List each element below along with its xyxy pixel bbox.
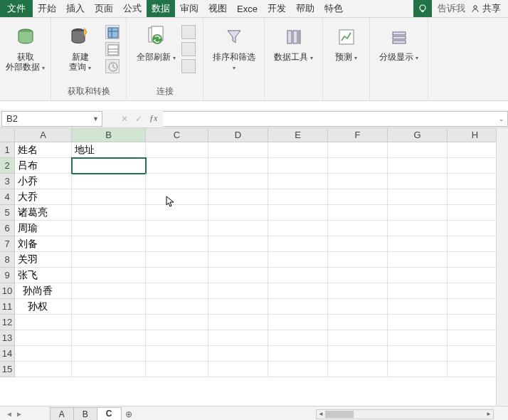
cell[interactable]: 周瑜 [15,221,72,236]
refresh-all-button[interactable]: 全部刷新 ▾ [134,21,179,63]
scroll-left-icon[interactable]: ◄ [317,410,325,419]
row-header[interactable]: 7 [0,236,15,252]
cell[interactable] [146,330,208,346]
cell[interactable] [146,283,208,299]
cell[interactable] [208,315,268,330]
cell[interactable] [388,362,448,377]
cell[interactable] [448,205,503,221]
ribbon-tab-1[interactable]: 插入 [61,0,90,17]
get-external-data-button[interactable]: 获取 外部数据 ▾ [4,21,48,73]
cell[interactable] [268,362,328,377]
cell[interactable] [15,315,72,330]
column-header[interactable]: H [448,128,503,142]
scroll-right-icon[interactable]: ► [485,410,493,419]
ribbon-tab-7[interactable]: Exce [232,0,263,17]
column-header[interactable]: F [328,128,388,142]
cell[interactable] [72,174,146,189]
sheet-nav-next-icon[interactable]: ► [16,410,23,418]
cell[interactable] [146,236,208,252]
sort-filter-button[interactable]: 排序和筛选 ▾ [212,21,256,73]
cell[interactable] [146,205,208,221]
share-button[interactable]: 共享 [471,2,501,15]
cell[interactable] [448,362,503,377]
cell[interactable] [146,174,208,189]
cell[interactable] [208,189,268,205]
row-header[interactable]: 6 [0,221,15,236]
row-header[interactable]: 10 [0,283,15,299]
add-sheet-button[interactable]: ⊕ [121,407,137,421]
cell[interactable] [448,221,503,236]
cell[interactable] [208,205,268,221]
cell[interactable] [268,330,328,346]
cell[interactable] [328,362,388,377]
cell[interactable] [328,205,388,221]
select-all-triangle[interactable] [0,128,15,142]
cell[interactable] [388,221,448,236]
cell[interactable] [268,268,328,283]
expand-formula-icon[interactable]: ⌄ [499,115,504,122]
row-header[interactable]: 14 [0,346,15,362]
cell[interactable] [268,315,328,330]
new-query-button[interactable]: 新建 查询 ▾ [58,21,102,73]
cell[interactable] [15,330,72,346]
cell[interactable] [268,283,328,299]
cell[interactable] [328,158,388,174]
cell[interactable] [146,252,208,268]
column-header[interactable]: B [72,128,146,142]
cell[interactable] [448,252,503,268]
sheet-nav-prev-icon[interactable]: ◄ [6,410,13,418]
cell[interactable] [448,174,503,189]
cell[interactable] [146,299,208,315]
cell[interactable] [268,236,328,252]
cell[interactable] [146,346,208,362]
cell[interactable] [388,330,448,346]
sheet-tab[interactable]: A [50,407,74,421]
cell[interactable] [328,315,388,330]
cell[interactable] [146,221,208,236]
row-header[interactable]: 5 [0,205,15,221]
cell[interactable] [388,174,448,189]
cell[interactable] [208,174,268,189]
cell[interactable]: 大乔 [15,189,72,205]
cell[interactable] [388,189,448,205]
cell[interactable]: 张飞 [15,268,72,283]
cell[interactable] [72,158,146,174]
cell[interactable] [448,283,503,299]
cell[interactable] [448,299,503,315]
cell[interactable] [15,346,72,362]
sheet-tab[interactable]: C [97,407,122,421]
cell[interactable] [448,268,503,283]
cell[interactable] [448,158,503,174]
cell[interactable] [388,252,448,268]
column-header[interactable]: A [15,128,72,142]
ribbon-tab-3[interactable]: 公式 [118,0,147,17]
ribbon-tab-9[interactable]: 帮助 [291,0,319,17]
cell[interactable] [208,252,268,268]
cell[interactable] [208,330,268,346]
cell[interactable] [448,346,503,362]
cell[interactable] [268,252,328,268]
scroll-thumb[interactable] [325,411,354,418]
column-header[interactable]: C [146,128,208,142]
cell[interactable] [146,158,208,174]
cell[interactable] [268,174,328,189]
cell[interactable] [72,221,146,236]
cell[interactable] [328,299,388,315]
tell-me[interactable]: 告诉我 [438,2,465,15]
cell[interactable]: 诸葛亮 [15,205,72,221]
cell[interactable] [448,236,503,252]
cell[interactable] [328,221,388,236]
cell[interactable] [388,236,448,252]
cell[interactable]: 孙尚香 [15,283,72,299]
cell[interactable] [388,205,448,221]
cell[interactable] [208,268,268,283]
cell[interactable] [146,189,208,205]
file-menu[interactable]: 文件 [0,0,33,17]
ribbon-tab-2[interactable]: 页面 [90,0,118,17]
cell[interactable] [208,283,268,299]
cell[interactable] [448,189,503,205]
cell[interactable] [328,189,388,205]
cell[interactable] [72,205,146,221]
cell[interactable] [328,330,388,346]
cell[interactable] [268,299,328,315]
